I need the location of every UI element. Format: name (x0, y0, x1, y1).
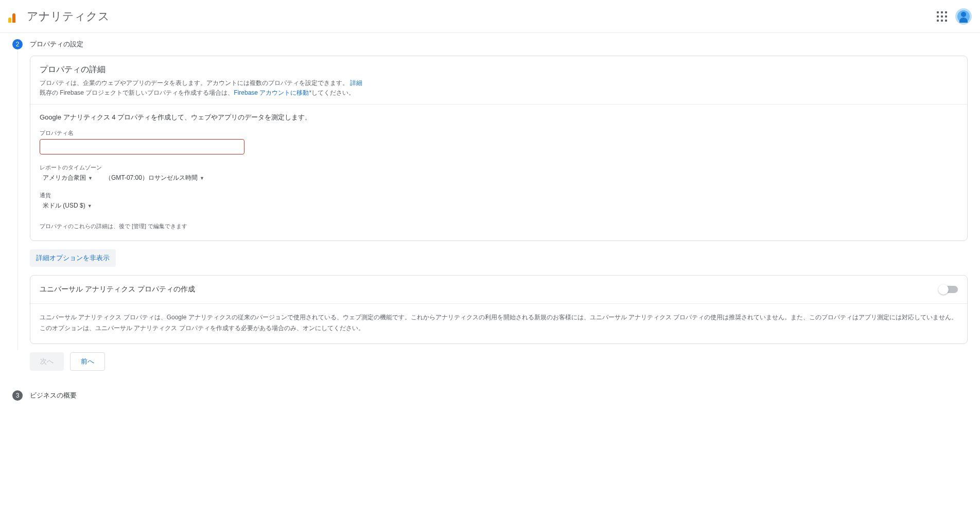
chevron-down-icon: ▼ (87, 203, 92, 209)
user-avatar[interactable] (955, 8, 972, 25)
ua-description: ユニバーサル アナリティクス プロパティは、Google アナリティクスの従来の… (30, 304, 967, 344)
country-dropdown[interactable]: アメリカ合衆国 ▼ (43, 174, 93, 182)
hide-advanced-options-button[interactable]: 詳細オプションを非表示 (30, 249, 116, 267)
currency-dropdown[interactable]: 米ドル (USD $) ▼ (43, 201, 92, 210)
property-name-label: プロパティ名 (40, 129, 958, 137)
step-3-title: ビジネスの概要 (30, 391, 77, 400)
property-details-title: プロパティの詳細 (40, 64, 958, 75)
details-link[interactable]: 詳細 (350, 79, 362, 87)
chevron-down-icon: ▼ (200, 176, 204, 181)
previous-button[interactable]: 前へ (70, 352, 105, 371)
ua-toggle[interactable] (939, 286, 958, 293)
step-2-number: 2 (12, 39, 23, 49)
next-button: 次へ (30, 352, 64, 371)
property-name-input[interactable] (40, 139, 244, 154)
step-3-number: 3 (12, 390, 23, 401)
app-header: アナリティクス (0, 0, 980, 33)
currency-label: 通貨 (40, 192, 958, 199)
app-title: アナリティクス (27, 9, 110, 24)
property-details-subtitle: プロパティは、企業のウェブやアプリのデータを表します。アカウントには複数のプロパ… (40, 78, 958, 98)
firebase-account-link[interactable]: Firebase アカウントに移動 (234, 89, 309, 96)
apps-grid-icon[interactable] (937, 11, 947, 22)
step-2-header: 2 プロパティの設定 (12, 33, 968, 56)
step-2-title: プロパティの設定 (30, 40, 83, 49)
ua-property-title: ユニバーサル アナリティクス プロパティの作成 (40, 285, 195, 294)
timezone-label: レポートのタイムゾーン (40, 164, 958, 171)
universal-analytics-card: ユニバーサル アナリティクス プロパティの作成 ユニバーサル アナリティクス プ… (30, 275, 968, 344)
property-details-card: プロパティの詳細 プロパティは、企業のウェブやアプリのデータを表します。アカウン… (30, 56, 968, 241)
edit-later-note: プロパティのこれらの詳細は、後で [管理] で編集できます (40, 222, 958, 230)
step-3-header[interactable]: 3 ビジネスの概要 (12, 383, 968, 408)
timezone-dropdown[interactable]: （GMT-07:00）ロサンゼルス時間 ▼ (105, 174, 204, 182)
analytics-logo-icon (8, 10, 21, 23)
ga4-description: Google アナリティクス 4 プロパティを作成して、ウェブやアプリのデータを… (40, 113, 958, 122)
chevron-down-icon: ▼ (88, 176, 93, 181)
